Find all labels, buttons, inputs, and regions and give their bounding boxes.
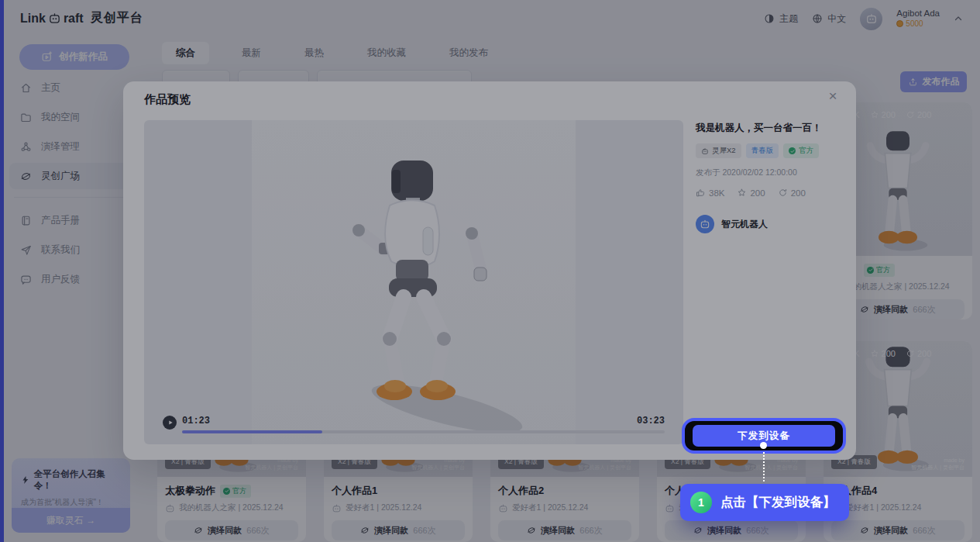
tour-tooltip: 1 点击【下发到设备】: [680, 484, 849, 521]
tour-connector-line: [763, 452, 765, 482]
tour-step-label: 点击【下发到设备】: [720, 494, 836, 511]
tour-connector-dot: [760, 442, 767, 449]
app-window: Link raft 灵创平台 主题 中文 Agibot Ada 5000 创作新…: [0, 0, 980, 542]
tour-dim-overlay: [0, 0, 980, 542]
tour-step-number: 1: [690, 492, 712, 513]
